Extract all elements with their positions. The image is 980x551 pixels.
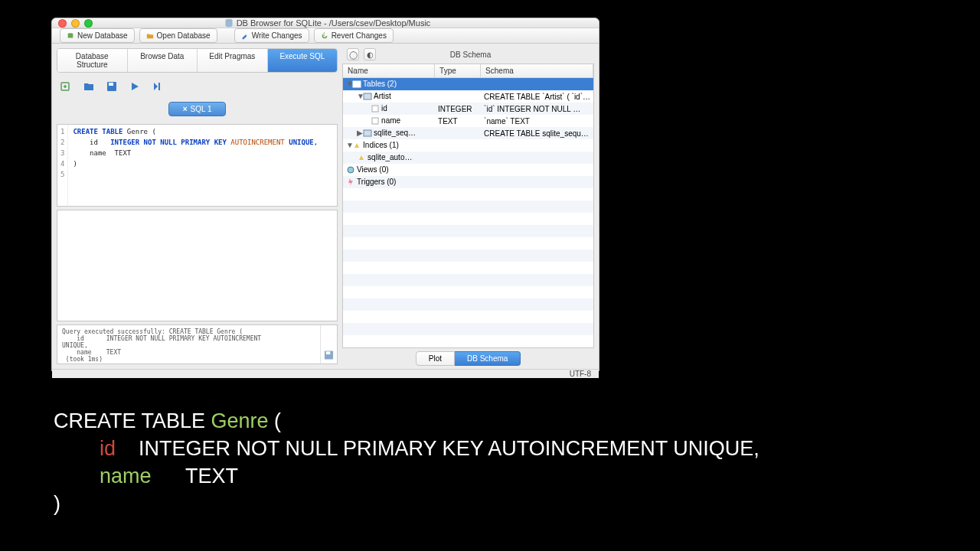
col-name[interactable]: Name — [343, 64, 435, 77]
new-sql-tab-button[interactable] — [60, 80, 72, 93]
sql-tab-1[interactable]: × SQL 1 — [168, 102, 227, 116]
open-sql-button[interactable] — [83, 80, 95, 93]
tab-database-structure[interactable]: Database Structure — [57, 49, 128, 72]
tree-artist[interactable]: ▼ArtistCREATE TABLE `Artist` ( `id`… — [343, 90, 593, 103]
save-sql-button[interactable] — [106, 80, 118, 93]
svg-rect-11 — [372, 106, 378, 112]
tab-db-schema[interactable]: DB Schema — [455, 351, 521, 366]
schema-prev-button[interactable]: ◯ — [347, 48, 359, 60]
tab-plot[interactable]: Plot — [416, 351, 455, 366]
save-log-button[interactable] — [320, 325, 337, 364]
new-database-icon — [67, 32, 74, 40]
close-tab-icon[interactable]: × — [183, 105, 188, 113]
line-gutter: 12345 — [57, 125, 68, 206]
main-tabs: Database Structure Browse Data Edit Prag… — [57, 48, 338, 73]
svg-rect-12 — [372, 118, 378, 124]
tree-triggers[interactable]: Triggers (0) — [343, 176, 593, 188]
tree-autoindex[interactable]: sqlite_auto… — [343, 152, 593, 164]
tab-execute-sql[interactable]: Execute SQL — [268, 49, 338, 72]
tree-artist-name[interactable]: nameTEXT`name` TEXT — [343, 115, 593, 127]
tree-sqlite-seq[interactable]: ▶sqlite_seq…CREATE TABLE sqlite_sequ… — [343, 127, 593, 139]
revert-changes-button[interactable]: Revert Changes — [314, 28, 394, 43]
schema-panel-title: DB Schema — [381, 51, 560, 59]
svg-rect-8 — [326, 351, 331, 354]
svg-rect-6 — [158, 83, 160, 90]
schema-next-button[interactable]: ◐ — [364, 48, 376, 60]
sql-toolbar — [57, 76, 338, 97]
tree-indices[interactable]: ▼Indices (1) — [343, 139, 593, 152]
right-bottom-tabs: Plot DB Schema — [342, 348, 594, 369]
zoom-window-button[interactable] — [84, 19, 93, 28]
svg-rect-13 — [364, 130, 371, 136]
tree-views[interactable]: Views (0) — [343, 164, 593, 176]
sql-code[interactable]: CREATE TABLE Genre ( id INTEGER NOT NULL… — [68, 125, 322, 206]
close-window-button[interactable] — [58, 19, 67, 28]
save-icon — [324, 350, 334, 360]
left-panel: Database Structure Browse Data Edit Prag… — [52, 44, 342, 369]
write-changes-button[interactable]: Write Changes — [234, 28, 309, 43]
svg-rect-2 — [68, 34, 74, 37]
tab-browse-data[interactable]: Browse Data — [128, 49, 198, 72]
col-schema[interactable]: Schema — [481, 64, 593, 77]
run-line-button[interactable] — [152, 80, 164, 93]
result-pane — [57, 210, 338, 321]
log-text: Query executed successfully: CREATE TABL… — [57, 325, 320, 364]
new-database-button[interactable]: New Database — [60, 28, 135, 43]
col-type[interactable]: Type — [435, 64, 481, 77]
minimize-window-button[interactable] — [71, 19, 80, 28]
svg-rect-9 — [353, 81, 361, 87]
database-icon — [224, 18, 234, 28]
revert-changes-icon — [321, 32, 328, 40]
write-changes-icon — [241, 32, 249, 40]
tree-tables[interactable]: ▼Tables (2) — [343, 78, 593, 90]
titlebar: DB Browser for SQLite - /Users/csev/Desk… — [52, 18, 599, 28]
slide-sql-snippet: CREATE TABLE Genre ( id INTEGER NOT NULL… — [54, 407, 760, 517]
window-title: DB Browser for SQLite - /Users/csev/Desk… — [93, 18, 562, 28]
statusbar: UTF-8 — [52, 369, 599, 378]
open-database-icon — [146, 32, 154, 40]
open-database-button[interactable]: Open Database — [139, 28, 217, 43]
toolbar: New Database Open Database Write Changes… — [52, 28, 599, 44]
schema-tree: Name Type Schema ▼Tables (2) ▼ArtistCREA… — [342, 64, 594, 348]
svg-point-14 — [348, 167, 354, 173]
encoding-label: UTF-8 — [570, 370, 591, 378]
tree-artist-id[interactable]: idINTEGER`id` INTEGER NOT NULL … — [343, 103, 593, 115]
svg-rect-10 — [364, 93, 371, 99]
sql-editor[interactable]: 12345 CREATE TABLE Genre ( id INTEGER NO… — [57, 124, 338, 207]
svg-rect-5 — [109, 83, 113, 86]
db-browser-window: DB Browser for SQLite - /Users/csev/Desk… — [51, 18, 599, 371]
log-pane: Query executed successfully: CREATE TABL… — [57, 324, 338, 364]
right-panel: ◯ ◐ DB Schema Name Type Schema ▼Tables (… — [342, 44, 599, 369]
run-sql-button[interactable] — [129, 80, 141, 93]
tab-edit-pragmas[interactable]: Edit Pragmas — [198, 49, 268, 72]
